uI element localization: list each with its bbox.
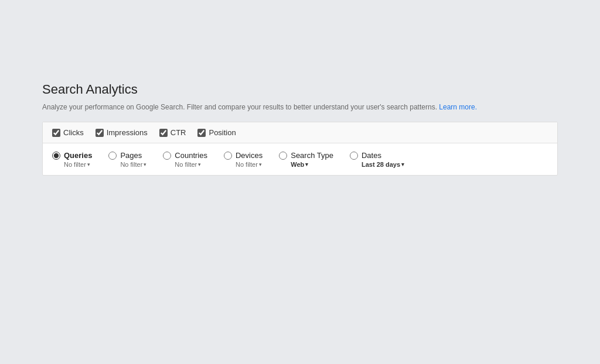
radio-pages[interactable]: [108, 152, 117, 160]
devices-label-block: Devices No filter ▾: [236, 150, 262, 168]
search-type-filter[interactable]: Web ▾: [291, 161, 333, 168]
search-type-filter-arrow: ▾: [305, 162, 308, 167]
description-text: Analyze your performance on Google Searc…: [42, 103, 437, 111]
dates-filter-arrow: ▾: [401, 162, 404, 167]
countries-filter-arrow: ▾: [198, 162, 201, 167]
dates-label-block: Dates Last 28 days ▾: [362, 150, 404, 168]
radio-group-dates[interactable]: Dates Last 28 days ▾: [350, 150, 404, 168]
page-title: Search Analytics: [42, 82, 558, 97]
queries-filter-arrow: ▾: [87, 162, 90, 167]
checkbox-impressions-input[interactable]: [96, 129, 104, 137]
analytics-panel: Clicks Impressions CTR Position Queries: [42, 122, 558, 176]
checkboxes-row: Clicks Impressions CTR Position: [43, 122, 557, 143]
checkbox-clicks[interactable]: Clicks: [52, 128, 84, 137]
radio-devices[interactable]: [224, 152, 232, 160]
queries-filter[interactable]: No filter ▾: [64, 161, 92, 168]
dates-label: Dates: [362, 150, 404, 161]
radio-search-type[interactable]: [279, 152, 287, 160]
radio-group-devices[interactable]: Devices No filter ▾: [224, 150, 262, 168]
page-description: Analyze your performance on Google Searc…: [42, 102, 558, 112]
queries-label: Queries: [64, 150, 92, 161]
countries-filter[interactable]: No filter ▾: [175, 161, 207, 168]
pages-filter[interactable]: No filter ▾: [120, 161, 146, 168]
radio-group-pages[interactable]: Pages No filter ▾: [108, 150, 146, 168]
countries-label-block: Countries No filter ▾: [175, 150, 207, 168]
checkbox-position[interactable]: Position: [197, 128, 236, 137]
radio-row: Queries No filter ▾ Pages No filter ▾: [43, 143, 557, 175]
checkbox-clicks-input[interactable]: [52, 129, 60, 137]
radio-countries[interactable]: [163, 152, 171, 160]
checkbox-ctr-input[interactable]: [159, 129, 168, 137]
radio-queries[interactable]: [52, 152, 60, 160]
devices-label: Devices: [236, 150, 262, 161]
pages-label-block: Pages No filter ▾: [120, 150, 146, 168]
devices-filter-arrow: ▾: [259, 162, 262, 167]
search-type-label: Search Type: [291, 150, 333, 161]
checkbox-impressions-label: Impressions: [107, 128, 148, 137]
checkbox-impressions[interactable]: Impressions: [96, 128, 148, 137]
checkbox-ctr-label: CTR: [171, 128, 186, 137]
pages-filter-arrow: ▾: [144, 162, 146, 167]
checkbox-position-label: Position: [209, 128, 236, 137]
checkbox-position-input[interactable]: [197, 129, 206, 137]
pages-label: Pages: [120, 150, 146, 161]
radio-group-search-type[interactable]: Search Type Web ▾: [279, 150, 333, 168]
radio-group-queries[interactable]: Queries No filter ▾: [52, 150, 92, 168]
dates-filter[interactable]: Last 28 days ▾: [362, 161, 404, 168]
radio-dates[interactable]: [350, 152, 358, 160]
main-container: Search Analytics Analyze your performanc…: [42, 82, 558, 176]
countries-label: Countries: [175, 150, 207, 161]
checkbox-ctr[interactable]: CTR: [159, 128, 186, 137]
checkbox-clicks-label: Clicks: [63, 128, 84, 137]
devices-filter[interactable]: No filter ▾: [236, 161, 262, 168]
radio-group-countries[interactable]: Countries No filter ▾: [163, 150, 207, 168]
learn-more-link[interactable]: Learn more.: [439, 103, 477, 111]
search-type-label-block: Search Type Web ▾: [291, 150, 333, 168]
queries-label-block: Queries No filter ▾: [64, 150, 92, 168]
